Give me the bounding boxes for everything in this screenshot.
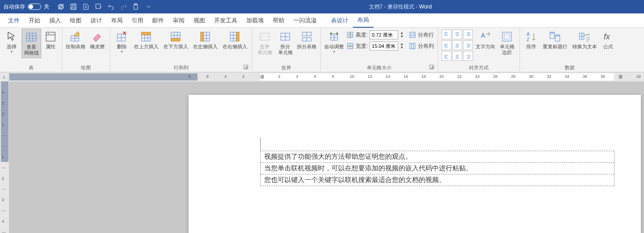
pencil-table-icon	[69, 30, 82, 43]
tab-layout[interactable]: 布局	[107, 13, 127, 28]
table-cell[interactable]: 当您单击联机视频时，可以在想要添加的视频的嵌入代码中进行粘贴。	[261, 163, 614, 174]
dialog-launcher-icon[interactable]	[429, 65, 434, 69]
spinner-icon[interactable]: ▲▼	[400, 42, 404, 50]
split-table-button[interactable]: 拆分表格	[296, 29, 318, 51]
cell-margins-button[interactable]: 单元格 边距	[497, 29, 517, 57]
repeat-header-button[interactable]: 重复标题行	[541, 29, 569, 51]
insert-above-button[interactable]: 在上方插入	[132, 29, 160, 51]
distribute-rows-button[interactable]: 分布行	[409, 30, 434, 40]
width-label: 宽度:	[356, 42, 368, 50]
align-tc-icon	[454, 31, 460, 38]
tab-draw[interactable]: 绘图	[65, 13, 86, 28]
width-input[interactable]	[369, 42, 398, 51]
app-name: Word	[419, 4, 432, 10]
delete-table-icon	[116, 30, 128, 43]
tab-help[interactable]: 帮助	[268, 13, 289, 28]
insert-below-button[interactable]: 在下方插入	[161, 29, 190, 51]
svg-text:A: A	[481, 32, 485, 39]
export-icon[interactable]	[82, 3, 90, 10]
tab-custom[interactable]: 一闪流溢	[289, 13, 321, 28]
tab-review[interactable]: 审阅	[168, 13, 189, 28]
group-merge: 合并 单元格 拆分 单元格 拆分表格 合并	[252, 28, 321, 72]
view-gridlines-button[interactable]: 查看 网格线	[21, 29, 41, 58]
dialog-launcher-icon[interactable]	[244, 65, 248, 69]
autosave-control[interactable]: 自动保存 关	[0, 3, 53, 11]
align-mr-button[interactable]	[463, 40, 473, 50]
doc-name: 文档7	[369, 4, 383, 10]
tab-mailings[interactable]: 邮件	[148, 13, 168, 28]
group-label-merge: 合并	[255, 64, 318, 72]
properties-icon	[44, 30, 57, 43]
more-icon[interactable]	[145, 3, 152, 10]
formula-button[interactable]: fx 公式	[600, 29, 617, 51]
tab-developer[interactable]: 开发工具	[210, 13, 242, 28]
undo-icon[interactable]	[107, 3, 115, 10]
table-cell[interactable]: 视频提供了功能强大的方法帮助您证明您的观点。	[261, 151, 614, 163]
svg-text:Z: Z	[527, 37, 529, 42]
sync-icon[interactable]	[57, 3, 64, 10]
svg-rect-30	[504, 34, 510, 39]
table-cell[interactable]: 您也可以键入一个关键字以联机搜索最适合您的文档的视频。	[261, 174, 614, 186]
tab-table-layout[interactable]: 布局	[353, 13, 374, 28]
svg-rect-1	[72, 4, 75, 6]
properties-button[interactable]: 属性	[42, 29, 59, 51]
cursor-icon	[5, 30, 18, 43]
svg-rect-34	[550, 32, 554, 34]
tab-home[interactable]: 开始	[24, 13, 45, 28]
table-row[interactable]: 视频提供了功能强大的方法帮助您证明您的观点。	[261, 151, 614, 163]
paste-icon[interactable]	[133, 3, 140, 10]
ruler-corner: L	[0, 72, 9, 81]
save-icon[interactable]	[70, 3, 77, 10]
sort-button[interactable]: AZ 排序	[523, 29, 540, 51]
align-br-button[interactable]	[463, 51, 473, 61]
group-draw: 绘制表格 橡皮擦 绘图	[62, 28, 110, 72]
vertical-ruler[interactable]: 4321——1—2—3—4—5	[0, 81, 9, 233]
tab-references[interactable]: 引用	[127, 13, 148, 28]
align-tl-button[interactable]	[442, 30, 451, 39]
align-bl-button[interactable]	[442, 51, 451, 61]
page-area[interactable]: 视频提供了功能强大的方法帮助您证明您的观点。 当您单击联机视频时，可以在想要添加…	[9, 81, 644, 233]
repeat-header-icon	[549, 30, 561, 43]
group-label-table: 表	[3, 64, 59, 72]
tab-view[interactable]: 视图	[189, 13, 210, 28]
tab-table-design[interactable]: 表设计	[326, 13, 353, 28]
draw-table-button[interactable]: 绘制表格	[65, 29, 86, 51]
autosave-label: 自动保存	[4, 3, 25, 11]
horizontal-ruler[interactable]: L 8642骤246810121416182022242628303234363…	[0, 72, 644, 81]
align-tl-icon	[443, 31, 450, 38]
merge-cells-button: 合并 单元格	[255, 29, 275, 57]
split-cells-button[interactable]: 拆分 单元格	[275, 29, 295, 57]
delete-button[interactable]: 删除▾	[113, 29, 131, 55]
align-tc-button[interactable]	[452, 30, 462, 39]
tab-insert[interactable]: 插入	[45, 13, 65, 28]
align-ml-button[interactable]	[442, 40, 451, 50]
svg-rect-27	[410, 43, 415, 49]
align-tr-button[interactable]	[463, 30, 473, 39]
eraser-button[interactable]: 橡皮擦	[87, 29, 107, 51]
insert-right-button[interactable]: 在右侧插入	[220, 29, 249, 51]
ribbon: 选择▾ 查看 网格线 属性 表 绘制表格 橡皮擦 绘图	[0, 28, 644, 72]
text-direction-button[interactable]: A 文字方向	[475, 29, 496, 51]
chevron-down-icon: ▾	[121, 50, 123, 54]
tab-design[interactable]: 设计	[86, 13, 107, 28]
spinner-icon[interactable]: ▲▼	[400, 31, 404, 38]
svg-text:A: A	[527, 32, 530, 37]
redo-icon[interactable]	[120, 3, 127, 10]
insert-col-left-icon	[199, 30, 211, 43]
autofit-button[interactable]: 自动调整▾	[323, 29, 345, 55]
select-button[interactable]: 选择▾	[3, 29, 21, 55]
height-input[interactable]	[369, 30, 398, 39]
table-row[interactable]: 当您单击联机视频时，可以在想要添加的视频的嵌入代码中进行粘贴。	[261, 163, 614, 174]
svg-rect-18	[236, 32, 239, 41]
distribute-cols-button[interactable]: 分布列	[409, 41, 434, 51]
tab-file[interactable]: 文件	[4, 13, 24, 28]
autosave-toggle-icon[interactable]	[28, 4, 41, 10]
table-row[interactable]: 您也可以键入一个关键字以联机搜索最适合您的文档的视频。	[261, 174, 614, 186]
align-mc-button[interactable]	[452, 40, 462, 50]
save-as-icon[interactable]	[95, 3, 102, 10]
document-table[interactable]: 视频提供了功能强大的方法帮助您证明您的观点。 当您单击联机视频时，可以在想要添加…	[260, 151, 614, 186]
convert-to-text-button[interactable]: 转换为文本	[570, 29, 599, 51]
insert-left-button[interactable]: 在左侧插入	[191, 29, 219, 51]
align-bc-button[interactable]	[452, 51, 462, 61]
tab-addins[interactable]: 加载项	[242, 13, 268, 28]
